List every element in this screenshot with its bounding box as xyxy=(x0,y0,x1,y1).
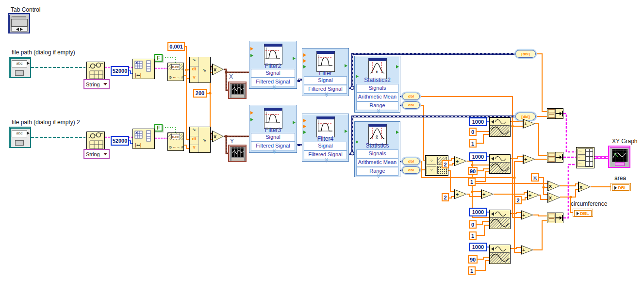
const-1-3[interactable]: 1 xyxy=(469,231,477,240)
sine-icon xyxy=(490,126,510,136)
false-constant-1[interactable]: F xyxy=(154,54,163,62)
scan-string-1[interactable]: n.nn ⊙ ⋯→ # xyxy=(167,63,184,81)
const-2-2[interactable]: 2 xyxy=(442,193,449,201)
sine-icon xyxy=(490,253,510,263)
sine-icon xyxy=(490,163,510,173)
const-1000-3[interactable]: 1000 xyxy=(469,208,487,216)
divide-half[interactable]: ÷ xyxy=(527,190,540,200)
const-2-3[interactable]: 2 xyxy=(514,196,522,204)
filter4-express-vi[interactable]: Filter4 Signal Filtered Signal ≪ xyxy=(302,114,349,162)
bundle-xy-2[interactable] xyxy=(547,152,563,163)
sine-wave-3[interactable] xyxy=(489,210,511,229)
const-1-2[interactable]: 1 xyxy=(468,178,476,186)
build-array[interactable]: ▫‥ ▫‥ ▫‥ xyxy=(576,147,594,168)
scan-string-2[interactable]: n.nn ⊙ ⋯→ # xyxy=(167,132,184,151)
waveform-chart-x[interactable] xyxy=(228,82,247,99)
multiply-area[interactable]: x xyxy=(578,182,591,192)
convert-dbl-x-range[interactable]: dbl xyxy=(402,101,420,109)
file-path-control-1[interactable]: abc xyxy=(9,57,31,78)
false-constant-2[interactable]: F xyxy=(154,124,163,132)
sine-wave-2[interactable] xyxy=(489,154,511,174)
statistics2-arithmetic-mean-row[interactable]: Arithmetic Mean xyxy=(356,93,398,101)
add-x-center-2[interactable]: + xyxy=(521,210,533,220)
const-52000-2[interactable]: 52000 xyxy=(111,136,129,146)
convert-dbl-y-mean[interactable]: dbl xyxy=(402,158,420,165)
sine-icon xyxy=(494,246,507,252)
const-1-4[interactable]: 1 xyxy=(468,266,476,275)
const-2-1[interactable]: 2 xyxy=(442,160,449,168)
filter2-signal-row[interactable]: Signal xyxy=(251,69,295,78)
waveform-chart-y[interactable] xyxy=(228,145,247,162)
filter2-express-vi[interactable]: Filter2 Signal Filtered Signal ≪ xyxy=(249,41,297,89)
const-200[interactable]: 200 xyxy=(193,89,207,98)
chart-plot-icon xyxy=(231,148,244,157)
const-0001[interactable]: 0,001 xyxy=(167,42,185,51)
string-ring-1[interactable]: String xyxy=(83,79,110,89)
statistics2-signals-row[interactable]: Signals xyxy=(356,84,398,93)
filter4-signal-row[interactable]: Signal xyxy=(304,142,347,150)
const-90-2[interactable]: 90 xyxy=(468,255,478,264)
filter-express-vi[interactable]: Filter Signal Filtered Signal ≪ xyxy=(302,48,349,96)
const-0-1[interactable]: 0 xyxy=(469,128,477,136)
statistics-express-vi[interactable]: x̄ Statistics Signals Arithmetic Mean Ra… xyxy=(354,121,400,177)
convert-dbl-x-mean[interactable]: dbl xyxy=(402,93,420,100)
multiply-pi-a[interactable]: x xyxy=(547,181,560,191)
multiply-y[interactable]: x xyxy=(212,131,224,142)
file-path-control-2[interactable]: abc xyxy=(9,127,31,148)
bundle-arrow-icon xyxy=(555,109,563,118)
svg-text:|↔|: |↔| xyxy=(135,143,142,148)
convert-dbl-array-x[interactable]: [dbl] xyxy=(515,50,536,58)
dbl-indicator-area[interactable]: DBL xyxy=(611,183,631,191)
add-x-center-1[interactable]: + xyxy=(523,119,535,129)
string-ring-2[interactable]: String xyxy=(83,149,110,159)
reshape-array-1[interactable]: |↔| xyxy=(132,59,155,79)
filter3-express-vi[interactable]: Filter3 Signal Filtered Signal ≪ xyxy=(249,105,297,153)
bundle-arrow-icon xyxy=(555,213,563,223)
array-grid-icon xyxy=(585,148,593,167)
filter-signal-row[interactable]: Signal xyxy=(304,76,347,85)
build-waveform-2[interactable]: ∿ dt Y ∿ xyxy=(189,127,211,153)
indicator-arrow-icon xyxy=(577,212,579,215)
sine-icon xyxy=(490,218,510,228)
statistics-icon: x̄ xyxy=(368,124,387,145)
bundle-xy-1[interactable] xyxy=(547,108,563,119)
add-radii[interactable]: + xyxy=(481,189,494,199)
add-y-center-1[interactable]: + xyxy=(523,154,535,164)
const-52000-1[interactable]: 52000 xyxy=(111,66,129,76)
chart-plot-icon xyxy=(231,84,244,94)
add-y-center-2[interactable]: + xyxy=(521,245,533,255)
pi-constant[interactable]: π xyxy=(531,173,539,182)
filter-icon xyxy=(264,108,282,129)
const-0-2[interactable]: 0 xyxy=(469,220,477,229)
tab-control-terminal[interactable] xyxy=(8,13,30,33)
const-1000-4[interactable]: 1000 xyxy=(469,243,487,251)
svg-text:x̄: x̄ xyxy=(376,70,378,74)
xy-graph-terminal[interactable] xyxy=(608,146,630,168)
multiply-pi-b[interactable]: x xyxy=(547,192,560,203)
const-90-1[interactable]: 90 xyxy=(468,167,478,175)
multiply-x[interactable]: x xyxy=(212,64,224,75)
reshape-array-2[interactable]: |↔| xyxy=(132,129,155,149)
sine-icon xyxy=(494,156,507,162)
reshape-grid-icon: |↔| xyxy=(133,129,154,148)
convert-dbl-y-range[interactable]: dbl xyxy=(402,166,420,174)
const-1000-1[interactable]: 1000 xyxy=(469,117,487,126)
dbl-indicator-circumference[interactable]: DBL xyxy=(573,209,593,217)
divide-min[interactable]: ÷ xyxy=(454,189,467,199)
filter3-signal-row[interactable]: Signal xyxy=(251,133,295,142)
divide-max[interactable]: ÷ xyxy=(454,156,467,166)
bundle-xy-3[interactable] xyxy=(547,213,563,223)
statistics-signals-row[interactable]: Signals xyxy=(356,149,398,158)
const-1000-2[interactable]: 1000 xyxy=(469,152,487,161)
bundle-arrow-icon xyxy=(555,152,563,162)
sine-wave-1[interactable] xyxy=(489,117,511,137)
sine-wave-4[interactable] xyxy=(489,245,511,264)
statistics2-express-vi[interactable]: x̄ Statistics2 Signals Arithmetic Mean R… xyxy=(354,56,400,113)
build-waveform-1[interactable]: ∿ dt Y ∿ xyxy=(189,57,211,83)
const-1-1[interactable]: 1 xyxy=(469,139,477,148)
filter-icon xyxy=(316,51,335,72)
path-glyph-icon xyxy=(15,70,24,76)
path-abc-icon: abc xyxy=(12,130,27,137)
reshape-grid-icon: |↔| xyxy=(133,59,154,79)
statistics-arithmetic-mean-row[interactable]: Arithmetic Mean xyxy=(356,158,398,167)
